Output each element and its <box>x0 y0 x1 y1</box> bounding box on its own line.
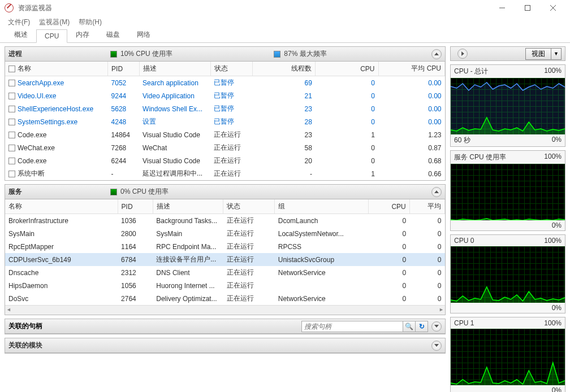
window-title: 资源监视器 <box>18 3 52 13</box>
services-title: 服务 <box>8 187 110 197</box>
chart-area <box>451 164 565 220</box>
cpu-usage-label: 10% CPU 使用率 <box>120 49 172 59</box>
table-row[interactable]: CDPUserSvc_6b1496784连接设备平台用户...正在运行Unist… <box>5 253 445 266</box>
chart-footer-right: 0% <box>552 136 562 145</box>
chart-max: 100% <box>544 67 562 76</box>
col-avg[interactable]: 平均 CPU <box>378 62 444 76</box>
tabbar: 概述 CPU 内存 磁盘 网络 <box>0 28 570 43</box>
refresh-button[interactable]: ↻ <box>416 321 428 332</box>
row-checkbox[interactable] <box>8 171 15 177</box>
tab-disk[interactable]: 磁盘 <box>98 27 128 42</box>
row-checkbox[interactable] <box>8 145 15 151</box>
tab-memory[interactable]: 内存 <box>67 27 98 42</box>
menubar: 文件(F) 监视器(M) 帮助(H) <box>0 16 570 28</box>
refresh-icon: ↻ <box>419 323 425 330</box>
checkbox-all[interactable] <box>8 66 15 72</box>
svc-col-desc[interactable]: 描述 <box>153 199 223 214</box>
view-button[interactable]: 视图 <box>525 48 551 60</box>
handles-section: 关联的句柄 🔍 ↻ <box>5 319 446 334</box>
chart-max: 100% <box>544 319 562 327</box>
table-row[interactable]: BrokerInfrastructure1036Background Tasks… <box>5 214 445 228</box>
col-threads[interactable]: 线程数 <box>253 62 316 76</box>
handles-header[interactable]: 关联的句柄 🔍 ↻ <box>5 319 445 334</box>
row-checkbox[interactable] <box>8 93 15 99</box>
services-header[interactable]: 服务 0% CPU 使用率 <box>5 185 445 199</box>
handles-title: 关联的句柄 <box>8 321 42 331</box>
svc-cpu-label: 0% CPU 使用率 <box>120 187 169 197</box>
col-desc[interactable]: 描述 <box>139 62 210 76</box>
chart-footer-right: 0% <box>552 221 562 229</box>
col-name[interactable]: 名称 <box>5 62 108 76</box>
processes-header[interactable]: 进程 10% CPU 使用率 87% 最大频率 <box>5 47 445 62</box>
table-row[interactable]: DoSvc2764Delivery Optimizat...正在运行Networ… <box>5 292 445 305</box>
chevron-right-icon <box>461 51 464 56</box>
modules-header[interactable]: 关联的模块 <box>5 338 445 353</box>
services-table: 名称 PID 描述 状态 组 CPU 平均 BrokerInfrastructu… <box>5 199 445 305</box>
table-row[interactable]: HipsDaemon1056Huorong Internet ...正在运行00 <box>5 279 445 292</box>
chart-footer-left: 60 秒 <box>454 136 470 145</box>
view-dropdown-arrow[interactable]: ▼ <box>551 48 562 60</box>
right-collapse-button[interactable] <box>457 49 468 59</box>
modules-section: 关联的模块 <box>5 338 446 354</box>
table-row[interactable]: Video.UI.exe9244Video Application已暂停2100… <box>5 89 445 102</box>
row-checkbox[interactable] <box>8 158 15 164</box>
row-checkbox[interactable] <box>8 119 15 125</box>
table-row[interactable]: WeChat.exe7268WeChat正在运行5800.87 <box>5 141 445 154</box>
chart-footer-right: 0% <box>552 304 562 312</box>
table-row[interactable]: ShellExperienceHost.exe5628Windows Shell… <box>5 102 445 115</box>
table-row[interactable]: SysMain2800SysMain正在运行LocalSystemNetwor.… <box>5 227 445 240</box>
table-row[interactable]: Code.exe6244Visual Studio Code正在运行2000.6… <box>5 154 445 167</box>
svc-col-name[interactable]: 名称 <box>5 199 118 214</box>
menu-file[interactable]: 文件(F) <box>3 18 34 27</box>
row-checkbox[interactable] <box>8 132 15 138</box>
search-handles-input[interactable] <box>301 321 403 332</box>
menu-help[interactable]: 帮助(H) <box>74 18 106 27</box>
tab-overview[interactable]: 概述 <box>6 27 36 42</box>
handles-collapse-button[interactable] <box>431 321 442 332</box>
svc-col-cpu[interactable]: CPU <box>369 199 410 214</box>
svc-col-pid[interactable]: PID <box>118 199 153 214</box>
svc-col-stat[interactable]: 状态 <box>223 199 275 214</box>
processes-title: 进程 <box>8 49 110 59</box>
chart-area <box>451 329 565 385</box>
processes-collapse-button[interactable] <box>431 49 442 59</box>
table-row[interactable]: SystemSettings.exe4248设置已暂停2800.00 <box>5 115 445 128</box>
chevron-up-icon <box>434 53 439 55</box>
tab-network[interactable]: 网络 <box>128 27 159 42</box>
row-checkbox[interactable] <box>8 106 15 112</box>
row-checkbox[interactable] <box>8 80 15 86</box>
services-hscrollbar[interactable] <box>5 305 445 315</box>
chart-area <box>451 78 565 134</box>
services-collapse-button[interactable] <box>431 187 442 197</box>
table-row[interactable]: SearchApp.exe7052Search application已暂停69… <box>5 76 445 90</box>
chart-max: 100% <box>544 153 562 162</box>
col-cpu[interactable]: CPU <box>316 62 378 76</box>
svc-col-grp[interactable]: 组 <box>275 199 369 214</box>
col-pid[interactable]: PID <box>108 62 140 76</box>
processes-table: 名称 PID 描述 状态 线程数 CPU 平均 CPU SearchApp.ex… <box>5 62 445 180</box>
search-icon: 🔍 <box>405 323 413 330</box>
close-button[interactable] <box>540 0 565 16</box>
cpu-usage-icon <box>110 51 117 58</box>
chevron-down-icon <box>434 344 439 347</box>
col-stat[interactable]: 状态 <box>210 62 253 76</box>
chart-title: CPU 1 <box>454 319 474 327</box>
max-freq-label: 87% 最大频率 <box>284 49 326 59</box>
menu-monitor[interactable]: 监视器(M) <box>34 18 74 27</box>
table-row[interactable]: RpcEptMapper1164RPC Endpoint Ma...正在运行RP… <box>5 240 445 253</box>
chevron-down-icon <box>434 325 439 328</box>
chart-footer-right: 0% <box>552 386 562 392</box>
minimize-button[interactable] <box>489 0 515 16</box>
modules-collapse-button[interactable] <box>431 341 442 351</box>
tab-cpu[interactable]: CPU <box>36 29 67 43</box>
table-row[interactable]: 系统中断-延迟过程调用和中...正在运行-10.66 <box>5 167 445 180</box>
services-section: 服务 0% CPU 使用率 名称 PID 描述 状态 组 CPU 平均 Brok… <box>5 184 446 315</box>
table-row[interactable]: Dnscache2312DNS Client正在运行NetworkService… <box>5 266 445 279</box>
maximize-button[interactable] <box>515 0 540 16</box>
table-row[interactable]: Code.exe14864Visual Studio Code正在运行2311.… <box>5 128 445 141</box>
search-button[interactable]: 🔍 <box>403 321 416 332</box>
svc-col-avg[interactable]: 平均 <box>409 199 444 214</box>
svg-rect-1 <box>525 6 530 11</box>
chart-box: CPU 0100%0% <box>450 234 565 313</box>
svc-cpu-icon <box>110 189 117 195</box>
